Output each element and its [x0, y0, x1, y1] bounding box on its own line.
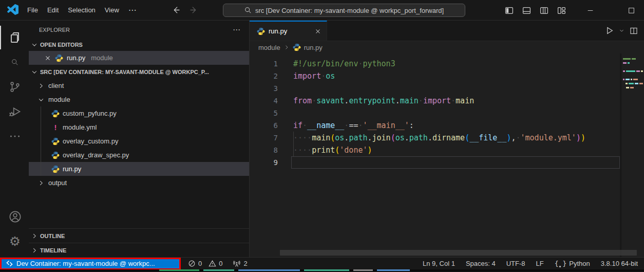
activity-more-views[interactable]: [0, 124, 29, 148]
indentation-status[interactable]: Spaces: 4: [466, 260, 496, 267]
run-dropdown-icon[interactable]: [619, 28, 624, 33]
chevron-down-icon: [31, 41, 38, 48]
eol-status[interactable]: LF: [536, 260, 544, 267]
line-number: 5: [250, 107, 278, 119]
outline-section-header[interactable]: OUTLINE: [29, 228, 249, 243]
breadcrumb: module run.py: [250, 41, 644, 53]
line-number: 4: [250, 95, 278, 107]
chevron-right-icon: [283, 44, 290, 50]
explorer-more-actions-icon[interactable]: ⋯: [233, 25, 241, 34]
activity-search[interactable]: [0, 50, 29, 74]
tree-item-overlay_draw_spec.py[interactable]: overlay_draw_spec.py: [29, 148, 249, 162]
code-line-2[interactable]: 2import·os: [250, 70, 644, 82]
chevron-right-icon: [37, 82, 45, 89]
forward-arrow-icon[interactable]: [190, 6, 198, 14]
python-interpreter-status[interactable]: 3.8.10 64-bit: [601, 260, 638, 267]
code-line-7[interactable]: 7····main(os.path.join(os.path.dirname(_…: [250, 132, 644, 144]
code-line-8[interactable]: 8····print('done'): [250, 144, 644, 156]
code-editor[interactable]: 1#!/usr/bin/env·python32import·os34from·…: [250, 53, 644, 257]
toggle-sidebar-icon[interactable]: [505, 6, 514, 15]
open-editors-header[interactable]: OPEN EDITORS: [29, 39, 249, 51]
braces-icon: { }: [555, 260, 566, 267]
tree-item-module.yml[interactable]: !module.yml: [29, 120, 249, 134]
tree-item-module[interactable]: module: [29, 93, 249, 106]
line-number: 1: [250, 58, 278, 70]
activity-explorer[interactable]: [0, 26, 29, 49]
warning-icon: [209, 260, 216, 267]
maximize-button[interactable]: [619, 0, 643, 21]
back-arrow-icon[interactable]: [172, 6, 180, 14]
tab-close-icon[interactable]: [314, 28, 321, 35]
search-icon: [11, 59, 18, 66]
indent-guide: [41, 106, 41, 176]
code-line-4[interactable]: 4from·savant.entrypoint.main·import·main: [250, 95, 644, 107]
code-line-3[interactable]: 3: [250, 82, 644, 95]
horizontal-scrollbar[interactable]: [280, 250, 637, 256]
customize-layout-icon[interactable]: [557, 6, 566, 15]
python-file-icon: [51, 165, 60, 173]
line-number: 2: [250, 70, 278, 82]
problems-indicator[interactable]: 0 0: [188, 260, 222, 267]
chevron-down-icon: [37, 96, 45, 103]
workspace-section-header[interactable]: SRC [DEV CONTAINER: MY-SAVANT-MODULE @ W…: [29, 65, 249, 79]
menu-edit[interactable]: Edit: [43, 4, 63, 16]
tree-item-overlay_custom.py[interactable]: overlay_custom.py: [29, 134, 249, 148]
breadcrumb-module[interactable]: module: [258, 44, 280, 51]
tree-item-run.py[interactable]: run.py: [29, 162, 249, 176]
toggle-panel-icon[interactable]: [522, 6, 531, 15]
tree-item-custom_pyfunc.py[interactable]: custom_pyfunc.py: [29, 106, 249, 120]
file-name: module: [48, 96, 70, 103]
code-line-6[interactable]: 6if·__name__·==·'__main__':: [250, 119, 644, 132]
close-editor-icon[interactable]: [44, 55, 51, 62]
split-editor-icon[interactable]: [630, 27, 638, 35]
tree-item-output[interactable]: output: [29, 176, 249, 190]
activity-run-debug[interactable]: [0, 100, 29, 123]
code-line-5[interactable]: 5: [250, 107, 644, 119]
line-number: 6: [250, 119, 278, 132]
remote-indicator[interactable]: Dev Container: my-savant-module @ workpc…: [0, 258, 181, 270]
status-bar: Dev Container: my-savant-module @ workpc…: [0, 257, 644, 269]
tab-run-py[interactable]: run.py: [250, 21, 327, 41]
debug-icon: [8, 105, 22, 119]
command-center[interactable]: src [Dev Container: my-savant-module @ w…: [223, 4, 465, 17]
run-python-file-icon[interactable]: [605, 26, 614, 35]
maximize-icon: [628, 7, 635, 14]
open-editor-run-py[interactable]: run.py module: [29, 51, 249, 65]
timeline-section-header[interactable]: TIMELINE: [29, 243, 249, 257]
radio-tower-icon: [233, 260, 241, 268]
file-name: run.py: [63, 165, 81, 173]
error-icon: [188, 260, 196, 267]
ports-indicator[interactable]: 2: [233, 260, 247, 268]
activity-settings[interactable]: ⚙: [0, 229, 29, 253]
cursor-position[interactable]: Ln 9, Col 1: [423, 260, 455, 267]
tab-bar: run.py: [250, 21, 644, 41]
menu-view[interactable]: View: [100, 4, 124, 16]
python-file-icon: [257, 27, 265, 35]
code-line-9[interactable]: 9: [250, 156, 644, 169]
file-name: custom_pyfunc.py: [63, 110, 117, 117]
activity-source-control[interactable]: [0, 75, 29, 99]
minimap[interactable]: [621, 58, 644, 257]
line-number: 7: [250, 132, 278, 144]
open-editor-folder-hint: module: [91, 54, 113, 62]
encoding-status[interactable]: UTF-8: [506, 260, 525, 267]
code-line-1[interactable]: 1#!/usr/bin/env·python3: [250, 58, 644, 70]
toggle-secondary-sidebar-icon[interactable]: [540, 6, 548, 15]
line-number: 3: [250, 82, 278, 95]
command-center-label: src [Dev Container: my-savant-module @ w…: [255, 7, 444, 14]
breadcrumb-file[interactable]: run.py: [304, 44, 323, 51]
menu-file[interactable]: File: [23, 4, 43, 16]
minimize-button[interactable]: [578, 0, 602, 21]
menu-overflow-icon[interactable]: ⋯: [124, 3, 142, 17]
tree-item-client[interactable]: client: [29, 79, 249, 93]
menu-selection[interactable]: Selection: [63, 4, 100, 16]
python-file-icon: [51, 110, 60, 118]
activity-accounts[interactable]: [0, 205, 29, 228]
line-number: 8: [250, 144, 278, 156]
chevron-down-icon: [31, 68, 38, 76]
more-icon: [8, 130, 22, 143]
gear-icon: ⚙: [9, 235, 21, 248]
language-status[interactable]: { } Python: [555, 260, 590, 267]
activity-bar: ⚙: [0, 21, 29, 257]
file-name: module.yml: [63, 123, 97, 131]
